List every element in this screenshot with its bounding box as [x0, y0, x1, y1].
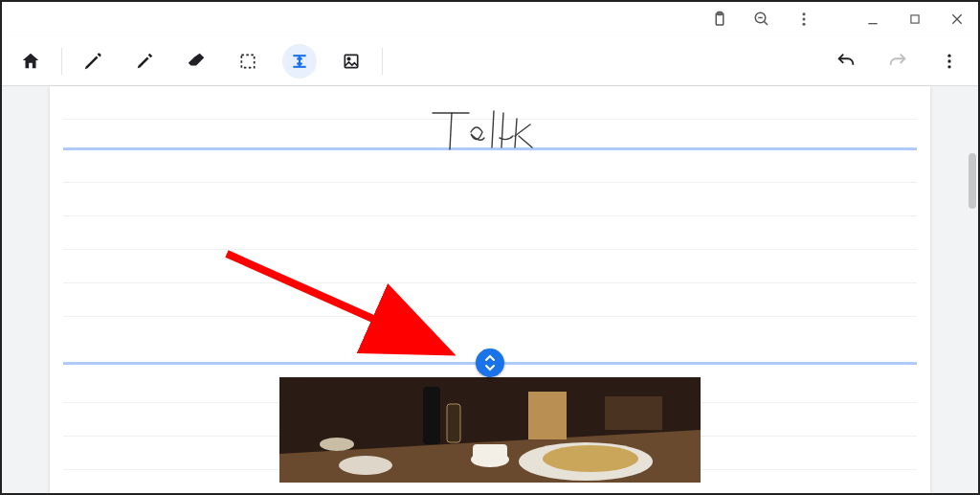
zoom-out-icon[interactable]	[748, 6, 775, 33]
svg-point-18	[947, 54, 950, 56]
svg-point-31	[339, 456, 392, 475]
svg-rect-24	[423, 387, 440, 444]
toolbar-separator	[382, 48, 383, 75]
window-control-bar	[2, 2, 978, 36]
svg-point-32	[320, 438, 354, 451]
svg-rect-29	[473, 444, 507, 461]
add-space-tool[interactable]	[282, 44, 317, 79]
more-icon[interactable]	[791, 6, 817, 33]
svg-rect-25	[447, 404, 460, 442]
svg-point-27	[543, 445, 638, 472]
minimize-icon[interactable]	[859, 6, 886, 33]
home-button[interactable]	[13, 44, 48, 79]
toolbar	[2, 36, 978, 86]
svg-rect-16	[345, 55, 357, 67]
handwritten-title	[413, 103, 567, 161]
svg-line-3	[764, 21, 768, 25]
inserted-image[interactable]	[279, 377, 701, 483]
maximize-icon[interactable]	[902, 6, 928, 33]
svg-point-5	[803, 12, 806, 15]
selection-tool[interactable]	[231, 44, 265, 79]
eraser-tool[interactable]	[179, 44, 213, 79]
svg-point-6	[803, 18, 806, 21]
svg-rect-9	[911, 15, 919, 23]
note-page[interactable]	[50, 86, 930, 493]
insert-image-tool[interactable]	[334, 44, 368, 79]
canvas-area	[2, 86, 978, 493]
toolbar-separator	[61, 48, 62, 75]
section-top-bar	[63, 147, 917, 150]
clipboard-icon[interactable]	[706, 6, 733, 33]
overflow-menu[interactable]	[932, 44, 967, 79]
expand-space-handle[interactable]	[476, 349, 504, 377]
svg-point-17	[347, 57, 350, 60]
close-icon[interactable]	[944, 6, 970, 33]
pen-tool[interactable]	[76, 44, 110, 79]
svg-rect-30	[528, 392, 567, 439]
vertical-scrollbar-thumb[interactable]	[969, 153, 976, 209]
svg-rect-12	[241, 55, 254, 67]
svg-point-7	[803, 23, 806, 26]
highlighter-tool[interactable]	[127, 44, 162, 79]
svg-rect-33	[605, 396, 662, 430]
svg-point-20	[947, 65, 950, 68]
svg-line-21	[227, 254, 442, 349]
undo-button[interactable]	[829, 44, 863, 79]
svg-point-19	[947, 59, 950, 62]
redo-button[interactable]	[880, 44, 915, 79]
